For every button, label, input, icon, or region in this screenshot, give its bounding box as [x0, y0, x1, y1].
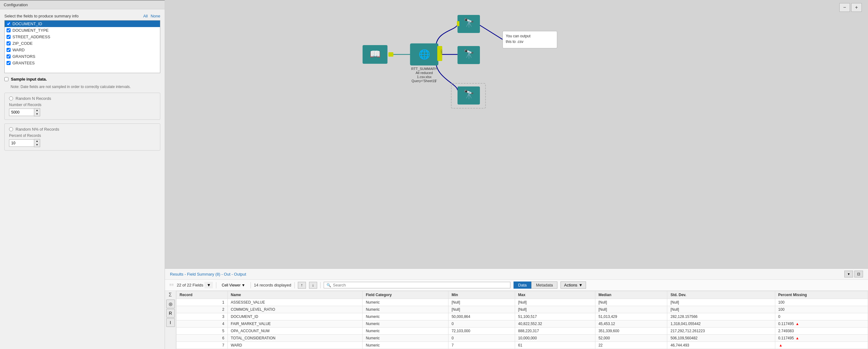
results-toolbar: ⠿⠿ 22 of 22 Fields ▼ Cell Viewer ▼ 14 re… [165, 280, 868, 291]
canvas-area: − + 📖 [165, 0, 868, 268]
data-tab[interactable]: Data [514, 282, 531, 289]
fields-dropdown[interactable]: ▼ [205, 282, 213, 288]
num-records-up[interactable]: ▲ [34, 108, 40, 112]
records-displayed: 14 records displayed [254, 283, 291, 287]
field-item-document-type[interactable]: DOCUMENT_TYPE [5, 27, 160, 34]
random-pct-radio[interactable] [9, 127, 13, 131]
all-link[interactable]: All [143, 14, 148, 18]
none-link[interactable]: None [151, 14, 160, 18]
expand-button[interactable]: ⊡ [854, 271, 863, 278]
field-item-document-id[interactable]: DOCUMENT_ID [5, 21, 160, 27]
random-n-group: Random N Records Number of Records ▲ ▼ [4, 93, 160, 120]
actions-label: Actions [564, 283, 577, 287]
cell-stddev: 1,318,041.055442 [667, 320, 775, 327]
cell-min: 0 [448, 335, 515, 342]
tab-group: Data Metadata [514, 282, 558, 289]
num-records-down[interactable]: ▼ [34, 112, 40, 116]
cell-stddev: [Null] [667, 299, 775, 306]
pct-input[interactable] [9, 139, 34, 147]
sum-icon: Σ [165, 292, 176, 298]
actions-button[interactable]: Actions ▼ [560, 282, 586, 289]
red-mark: ▲ [796, 322, 799, 326]
field-checkbox-document-type[interactable] [6, 28, 10, 32]
search-input[interactable] [333, 283, 507, 287]
cell-median: [Null] [595, 306, 667, 313]
col-stddev: Std. Dev. [667, 291, 775, 299]
table-row[interactable]: 2 COMMON_LEVEL_RATIO Numeric [Null] [Nul… [177, 306, 868, 313]
cell-pct: ▲ [775, 342, 868, 349]
table-row[interactable]: 5 OPA_ACCOUNT_NUM Numeric 72,103,000 888… [177, 327, 868, 335]
sort-desc-button[interactable]: ↓ [309, 282, 317, 289]
pct-down[interactable]: ▼ [34, 143, 40, 147]
row-icon-i[interactable]: I [166, 318, 175, 327]
cell-max: [Null] [515, 299, 595, 306]
cell-category: Numeric [363, 342, 448, 349]
table-row[interactable]: 3 DOCUMENT_ID Numeric 50,000,864 51,100,… [177, 313, 868, 320]
field-checkbox-grantees[interactable] [6, 61, 10, 65]
field-checkbox-grantors[interactable] [6, 55, 10, 59]
cell-median: 351,339,600 [595, 327, 667, 335]
field-checkbox-ward[interactable] [6, 48, 10, 52]
cell-stddev: 282,128.157566 [667, 313, 775, 320]
config-header: Configuration [0, 0, 165, 9]
cell-name: ASSESSED_VALUE [227, 299, 363, 306]
cell-pct: 100 [775, 306, 868, 313]
filter-icon[interactable]: ◎ [166, 299, 175, 308]
cell-category: Numeric [363, 320, 448, 327]
table-row[interactable]: 4 FAIR_MARKET_VALUE Numeric 0 40,822,552… [177, 320, 868, 327]
num-records-input[interactable] [9, 108, 34, 116]
cell-num: 1 [177, 299, 228, 306]
cell-viewer-dropdown[interactable]: Cell Viewer ▼ [219, 282, 247, 288]
left-sidebar-icons: Σ ◎ R I [165, 291, 176, 349]
field-item-zip-code[interactable]: ZIP_CODE [5, 40, 160, 47]
field-checkbox-zip-code[interactable] [6, 41, 10, 45]
cell-stddev: 46,744.493 [667, 342, 775, 349]
svg-text:Query='Sheet1$': Query='Sheet1$' [411, 79, 437, 83]
svg-text:RTT_SUMMARY: RTT_SUMMARY [411, 67, 437, 71]
collapse-button[interactable]: ▾ [844, 271, 853, 278]
field-item-grantees[interactable]: GRANTEES [5, 60, 160, 66]
cell-category: Numeric [363, 327, 448, 335]
field-checkbox-street-address[interactable] [6, 35, 10, 39]
results-header: Results - Field Summary (8) - Out - Outp… [165, 269, 868, 280]
fields-dropdown-arrow: ▼ [207, 283, 211, 287]
cell-viewer-arrow: ▼ [242, 283, 245, 287]
results-title: Results - Field Summary (8) - Out - Outp… [170, 272, 246, 277]
pct-label: Percent of Records [9, 133, 156, 138]
cell-category: Numeric [363, 313, 448, 320]
field-item-street-address[interactable]: STREET_ADDRESS [5, 34, 160, 40]
col-record: Record [177, 291, 228, 299]
random-pct-group: Random N% of Records Percent of Records … [4, 124, 160, 151]
sort-asc-button[interactable]: ↑ [298, 282, 306, 289]
table-row[interactable]: 6 TOTAL_CONSIDERATION Numeric 0 10,000,0… [177, 335, 868, 342]
divider-4 [320, 282, 320, 288]
svg-text:🔭: 🔭 [463, 89, 474, 99]
field-item-grantors[interactable]: GRANTORS [5, 53, 160, 60]
field-item-ward[interactable]: WARD [5, 47, 160, 53]
pct-up[interactable]: ▲ [34, 139, 40, 143]
cell-min: 7 [448, 342, 515, 349]
cell-max: 61 [515, 342, 595, 349]
cell-pct: 0.117495 ▲ [775, 320, 868, 327]
svg-text:You can output: You can output [506, 34, 531, 38]
row-icon-r[interactable]: R [166, 309, 175, 318]
sample-checkbox[interactable] [4, 77, 8, 81]
cell-median: 45,453.12 [595, 320, 667, 327]
right-panel: − + 📖 [165, 0, 868, 349]
svg-text:📖: 📖 [370, 49, 381, 59]
metadata-tab[interactable]: Metadata [531, 282, 557, 289]
random-n-radio[interactable] [9, 96, 13, 100]
cell-min: 50,000,864 [448, 313, 515, 320]
field-checkbox-document-id[interactable] [6, 22, 10, 26]
results-table-wrapper: Record Name Field Category Min Max Media… [176, 291, 868, 349]
table-row[interactable]: 7 WARD Numeric 7 61 22 46,744.493 ▲ [177, 342, 868, 349]
random-n-label: Random N Records [16, 96, 51, 101]
table-row[interactable]: 1 ASSESSED_VALUE Numeric [Null] [Null] [… [177, 299, 868, 306]
cell-stddev: [Null] [667, 306, 775, 313]
cell-num: 5 [177, 327, 228, 335]
col-pct-missing: Percent Missing [775, 291, 868, 299]
cell-median: 22 [595, 342, 667, 349]
search-box[interactable]: 🔍 [324, 282, 510, 288]
cell-max: [Null] [515, 306, 595, 313]
sample-note: Note: Date fields are not sampled in ord… [10, 85, 160, 89]
